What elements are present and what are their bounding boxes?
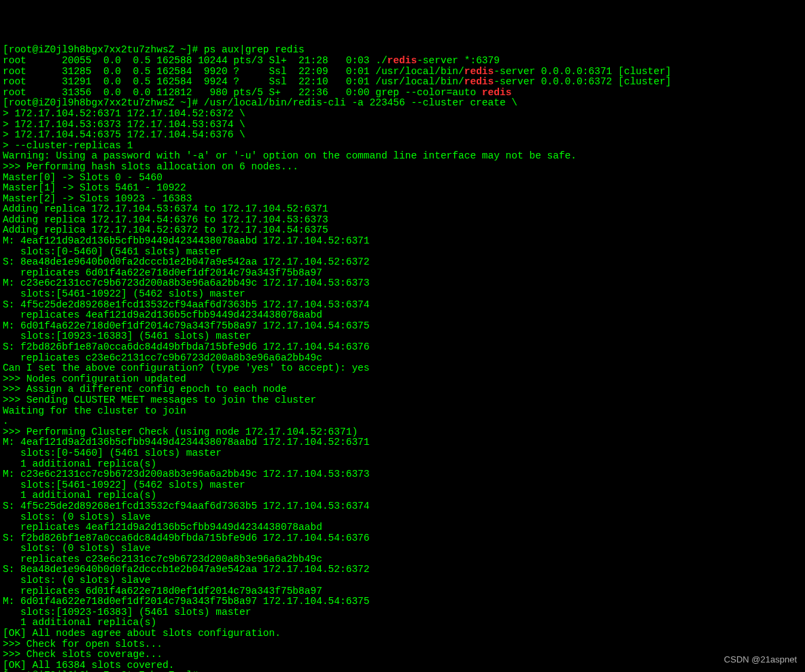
output-line: >>> Nodes configuration updated bbox=[3, 373, 186, 384]
output-line: >>> Performing hash slots allocation on … bbox=[3, 161, 298, 172]
output-line: S: 4f5c25de2d89268e1fcd13532cf94aaf6d736… bbox=[3, 501, 370, 511]
output-line: >>> Check for open slots... bbox=[3, 639, 162, 650]
ps-row: root 20055 0.0 0.5 162588 10244 pts/3 Sl… bbox=[3, 55, 375, 66]
output-line: [OK] All nodes agree about slots configu… bbox=[3, 628, 281, 639]
output-line: Master[1] -> Slots 5461 - 10922 bbox=[3, 182, 186, 193]
output-line: replicates 6d01f4a622e718d0ef1df2014c79a… bbox=[3, 586, 322, 597]
output-line: 1 additional replica(s) bbox=[3, 458, 156, 469]
output-line: Adding replica 172.17.104.54:6376 to 172… bbox=[3, 214, 328, 225]
command-input[interactable]: /usr/local/bin/redis-cli -a 223456 --clu… bbox=[204, 97, 517, 108]
output-line: Adding replica 172.17.104.52:6372 to 172… bbox=[3, 224, 328, 235]
ps-cmd-highlight: redis bbox=[482, 87, 512, 98]
ps-row: root 31285 0.0 0.5 162584 9920 ? Ssl 22:… bbox=[3, 66, 375, 77]
output-line: M: 4eaf121d9a2d136b5cfbb9449d4234438078a… bbox=[3, 235, 370, 246]
warning-line: Warning: Using a password with '-a' or '… bbox=[3, 150, 577, 161]
output-line: slots:[10923-16383] (5461 slots) master bbox=[3, 331, 251, 341]
output-line: slots:[5461-10922] (5462 slots) master bbox=[3, 288, 245, 299]
output-line: replicates 4eaf121d9a2d136b5cfbb9449d423… bbox=[3, 309, 322, 320]
command-continuation[interactable]: > 172.17.104.52:6371 172.17.104.52:6372 … bbox=[3, 108, 245, 119]
command-input[interactable]: ps aux|grep redis bbox=[204, 44, 305, 55]
output-line: >>> Performing Cluster Check (using node… bbox=[3, 426, 358, 437]
output-line: slots:[0-5460] (5461 slots) master bbox=[3, 448, 222, 458]
command-continuation[interactable]: > 172.17.104.54:6375 172.17.104.54:6376 … bbox=[3, 129, 245, 140]
output-line: S: 8ea48de1e9640b0d0fa2dcccb1e2b047a9e54… bbox=[3, 256, 370, 267]
output-line: Waiting for the cluster to join bbox=[3, 405, 186, 416]
ps-cmd-pre: /usr/local/bin/ bbox=[375, 76, 464, 87]
output-line: M: 6d01f4a622e718d0ef1df2014c79a343f75b8… bbox=[3, 596, 370, 607]
output-line: Adding replica 172.17.104.53:6374 to 172… bbox=[3, 203, 328, 214]
output-line: M: 4eaf121d9a2d136b5cfbb9449d4234438078a… bbox=[3, 437, 370, 448]
ps-cmd-post: -server 0.0.0.0:6371 [cluster] bbox=[494, 66, 671, 77]
ps-cmd-pre: grep --color=auto bbox=[375, 87, 482, 98]
ps-row: root 31291 0.0 0.5 162584 9924 ? Ssl 22:… bbox=[3, 76, 375, 87]
output-line: slots: (0 slots) slave bbox=[3, 543, 151, 554]
terminal-output[interactable]: [root@iZ0jl9h8bgx7xx2tu7zhwsZ ~]# ps aux… bbox=[3, 45, 802, 672]
ps-cmd-pre: ./ bbox=[375, 55, 387, 66]
output-line: 1 additional replica(s) bbox=[3, 617, 156, 628]
ps-row: root 31356 0.0 0.0 112812 980 pts/5 S+ 2… bbox=[3, 87, 375, 98]
watermark: CSDN @21aspnet bbox=[724, 654, 797, 665]
output-line: M: c23e6c2131cc7c9b6723d200a8b3e96a6a2bb… bbox=[3, 278, 370, 288]
output-line: slots:[0-5460] (5461 slots) master bbox=[3, 246, 222, 257]
output-line: >>> Assign a different config epoch to e… bbox=[3, 384, 287, 394]
output-line: S: f2bd826bf1e87a0cca6dc84d49bfbda715bfe… bbox=[3, 533, 370, 543]
output-line: replicates 4eaf121d9a2d136b5cfbb9449d423… bbox=[3, 522, 322, 533]
ps-cmd-post: -server *:6379 bbox=[417, 55, 500, 66]
output-line: >>> Sending CLUSTER MEET messages to joi… bbox=[3, 394, 316, 405]
output-line: M: c23e6c2131cc7c9b6723d200a8b3e96a6a2bb… bbox=[3, 469, 370, 480]
output-line: replicates c23e6c2131cc7c9b6723d200a8b3e… bbox=[3, 352, 322, 363]
output-line: slots: (0 slots) slave bbox=[3, 511, 151, 522]
output-line: slots:[10923-16383] (5461 slots) master bbox=[3, 607, 251, 618]
output-line: slots:[5461-10922] (5462 slots) master bbox=[3, 480, 245, 490]
output-line: M: 6d01f4a622e718d0ef1df2014c79a343f75b8… bbox=[3, 320, 370, 331]
ps-cmd-post: -server 0.0.0.0:6372 [cluster] bbox=[494, 76, 671, 87]
output-line: >>> Check slots coverage... bbox=[3, 649, 162, 660]
output-line: Can I set the above configuration? (type… bbox=[3, 363, 370, 373]
ps-cmd-highlight: redis bbox=[388, 55, 417, 66]
output-line: . bbox=[3, 416, 9, 426]
output-line: slots: (0 slots) slave bbox=[3, 575, 151, 586]
shell-prompt: [root@iZ0jl9h8bgx7xx2tu7zhwsZ ~]# bbox=[3, 97, 204, 108]
ps-cmd-highlight: redis bbox=[464, 66, 494, 77]
output-line: [OK] All 16384 slots covered. bbox=[3, 660, 174, 671]
shell-prompt: [root@iZ0jl9h8bgx7xx2tu7zhwsZ ~]# bbox=[3, 44, 204, 55]
command-continuation[interactable]: > --cluster-replicas 1 bbox=[3, 140, 133, 151]
output-line: Master[0] -> Slots 0 - 5460 bbox=[3, 172, 162, 183]
output-line: replicates 6d01f4a622e718d0ef1df2014c79a… bbox=[3, 267, 322, 278]
ps-cmd-pre: /usr/local/bin/ bbox=[375, 66, 464, 77]
command-continuation[interactable]: > 172.17.104.53:6373 172.17.104.53:6374 … bbox=[3, 119, 245, 130]
output-line: replicates c23e6c2131cc7c9b6723d200a8b3e… bbox=[3, 554, 322, 565]
output-line: Master[2] -> Slots 10923 - 16383 bbox=[3, 193, 192, 204]
output-line: S: 4f5c25de2d89268e1fcd13532cf94aaf6d736… bbox=[3, 299, 370, 310]
output-line: S: 8ea48de1e9640b0d0fa2dcccb1e2b047a9e54… bbox=[3, 564, 370, 575]
output-line: S: f2bd826bf1e87a0cca6dc84d49bfbda715bfe… bbox=[3, 341, 370, 352]
ps-cmd-highlight: redis bbox=[464, 76, 494, 87]
output-line: 1 additional replica(s) bbox=[3, 490, 156, 501]
